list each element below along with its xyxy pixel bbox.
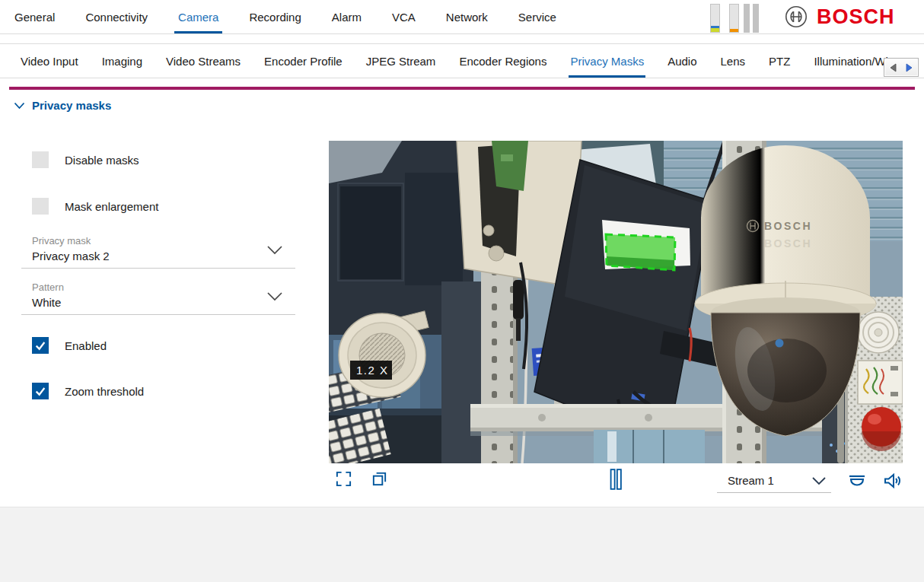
section-collapse-header[interactable]: Privacy masks xyxy=(14,99,111,112)
mask-enlargement-checkbox[interactable] xyxy=(32,198,49,215)
scroll-tabs-right-arrow-icon[interactable] xyxy=(903,62,914,73)
stream-select-value: Stream 1 xyxy=(728,474,774,487)
privacy-masks-panel: Privacy masks Disable masks Mask enlarge… xyxy=(0,90,924,507)
camera-sub-navigation: Video Input Imaging Video Streams Encode… xyxy=(0,43,924,78)
svg-text:BOSCH: BOSCH xyxy=(764,220,812,232)
svg-text:BOSCH: BOSCH xyxy=(764,237,812,250)
camera-settings-page: General Connectivity Camera Recording Al… xyxy=(0,0,924,582)
snapshot-copy-icon[interactable] xyxy=(371,470,388,488)
tab-jpeg-stream[interactable]: JPEG Stream xyxy=(365,44,438,78)
disable-masks-checkbox[interactable] xyxy=(32,151,49,168)
mask-enlargement-label: Mask enlargement xyxy=(65,200,158,213)
dome-view-icon[interactable] xyxy=(846,472,868,490)
disable-masks-label: Disable masks xyxy=(65,154,139,167)
tab-ptz[interactable]: PTZ xyxy=(767,44,792,78)
tab-service[interactable]: Service xyxy=(515,0,560,33)
page-footer-area xyxy=(0,507,924,582)
system-load-indicators xyxy=(710,4,760,33)
enabled-label: Enabled xyxy=(65,339,107,352)
tab-imaging[interactable]: Imaging xyxy=(100,44,144,78)
tab-recording[interactable]: Recording xyxy=(245,0,304,33)
junction-box xyxy=(858,361,903,404)
alarm-bell xyxy=(862,407,901,451)
mask-enlargement-checkbox-row[interactable]: Mask enlargement xyxy=(32,198,158,215)
zoom-factor-overlay: 1.2 X xyxy=(350,361,392,380)
enabled-checkbox-row[interactable]: Enabled xyxy=(32,337,107,354)
section-title: Privacy masks xyxy=(32,99,111,112)
bosch-wordmark: BOSCH xyxy=(817,6,895,27)
scroll-tabs-left-arrow-icon[interactable] xyxy=(888,62,899,73)
tab-connectivity[interactable]: Connectivity xyxy=(81,0,151,33)
privacy-mask-selection[interactable] xyxy=(606,234,675,270)
tab-audio[interactable]: Audio xyxy=(666,44,698,78)
tab-encoder-profile[interactable]: Encoder Profile xyxy=(263,44,344,78)
load-bar-4 xyxy=(753,4,759,33)
privacy-mask-select-label: Privacy mask xyxy=(32,234,295,246)
zoom-threshold-label: Zoom threshold xyxy=(65,385,144,398)
checkmark-icon xyxy=(34,385,46,397)
tab-video-input[interactable]: Video Input xyxy=(19,44,80,78)
tab-lens[interactable]: Lens xyxy=(719,44,747,78)
audio-speaker-icon[interactable] xyxy=(883,472,903,490)
enabled-checkbox[interactable] xyxy=(32,337,49,354)
zoom-threshold-checkbox-row[interactable]: Zoom threshold xyxy=(32,383,144,399)
tab-network[interactable]: Network xyxy=(442,0,492,33)
tab-illumination[interactable]: Illumination/Wi xyxy=(812,44,890,78)
bosch-logo-icon xyxy=(785,5,808,28)
stream-select[interactable]: Stream 1 xyxy=(717,469,831,493)
pause-icon[interactable] xyxy=(607,467,624,491)
zoom-threshold-checkbox[interactable] xyxy=(32,383,49,399)
checkmark-icon xyxy=(34,339,46,351)
siren-icon-device xyxy=(858,312,899,353)
pattern-select-label: Pattern xyxy=(32,281,295,293)
chevron-down-icon xyxy=(266,291,283,304)
privacy-mask-select[interactable]: Privacy mask Privacy mask 2 xyxy=(21,234,295,269)
tab-encoder-regions[interactable]: Encoder Regions xyxy=(457,44,548,78)
load-bar-2 xyxy=(729,4,739,33)
tab-vca[interactable]: VCA xyxy=(388,0,419,33)
tab-general[interactable]: General xyxy=(11,0,59,33)
pattern-select[interactable]: Pattern White xyxy=(21,281,295,315)
chevron-down-icon xyxy=(811,476,827,485)
player-controls: Stream 1 xyxy=(329,467,903,499)
privacy-mask-select-value: Privacy mask 2 xyxy=(32,250,295,262)
tab-scroll-widget xyxy=(884,58,919,77)
tab-video-streams[interactable]: Video Streams xyxy=(164,44,242,78)
pattern-select-value: White xyxy=(32,296,295,309)
live-camera-scene: BOSCH BOSCH 1.2 X xyxy=(329,141,903,463)
svg-text:1.2 X: 1.2 X xyxy=(356,364,389,377)
load-bar-3 xyxy=(744,4,750,33)
chevron-down-icon xyxy=(266,244,283,258)
main-navigation: General Connectivity Camera Recording Al… xyxy=(0,0,924,34)
tab-alarm[interactable]: Alarm xyxy=(328,0,365,33)
fullscreen-icon[interactable] xyxy=(335,470,352,488)
load-bar-1 xyxy=(710,4,720,33)
tab-privacy-masks[interactable]: Privacy Masks xyxy=(569,44,645,78)
tab-camera[interactable]: Camera xyxy=(174,0,222,33)
video-preview[interactable]: BOSCH BOSCH 1.2 X xyxy=(329,141,903,463)
chevron-down-icon xyxy=(14,102,25,110)
disable-masks-checkbox-row[interactable]: Disable masks xyxy=(32,151,139,168)
